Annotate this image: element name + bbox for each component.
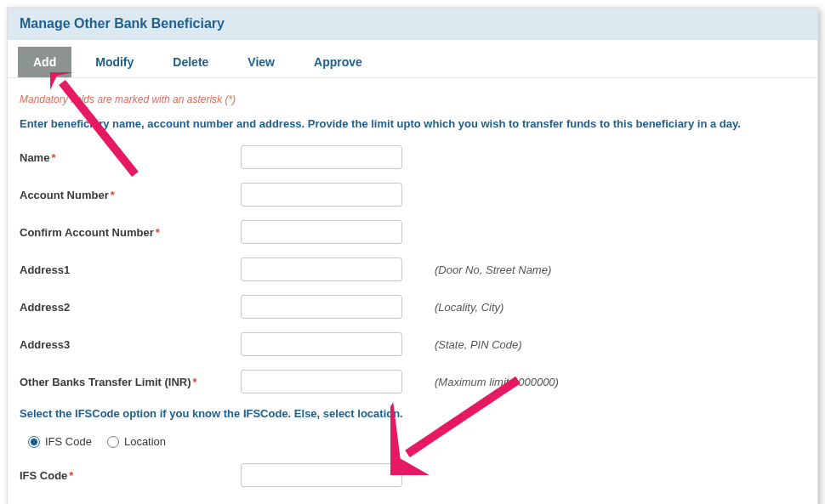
- required-mark: *: [111, 189, 115, 201]
- tab-delete[interactable]: Delete: [157, 47, 224, 77]
- instruction-text: Enter beneficiary name, account number a…: [20, 117, 805, 130]
- header-bar: Manage Other Bank Beneficiary: [8, 8, 817, 40]
- radio-location[interactable]: Location: [107, 435, 166, 448]
- row-account: Account Number*: [20, 183, 805, 207]
- label-ifs-code: IFS Code*: [20, 469, 241, 482]
- radio-location-input[interactable]: [107, 436, 119, 448]
- row-address3: Address3 (State, PIN Code): [20, 332, 805, 356]
- label-ifs-code-text: IFS Code: [20, 469, 67, 482]
- input-address3[interactable]: [241, 332, 402, 356]
- form-content: Mandatory fields are marked with an aste…: [8, 78, 817, 504]
- label-address1: Address1: [20, 263, 241, 276]
- radio-group-ifsc: IFS Code Location: [28, 435, 805, 448]
- tab-view[interactable]: View: [232, 47, 290, 77]
- page-container: Manage Other Bank Beneficiary Add Modify…: [7, 7, 818, 504]
- input-ifs-code[interactable]: [241, 463, 402, 487]
- row-confirm-account: Confirm Account Number*: [20, 220, 805, 244]
- label-account-text: Account Number: [20, 189, 109, 201]
- input-address1[interactable]: [241, 258, 402, 281]
- radio-location-label: Location: [124, 435, 166, 448]
- label-confirm-text: Confirm Account Number: [20, 226, 154, 239]
- input-confirm-account[interactable]: [241, 220, 402, 244]
- required-mark: *: [193, 376, 197, 388]
- radio-ifs-code[interactable]: IFS Code: [28, 435, 92, 448]
- label-address3: Address3: [20, 338, 241, 351]
- page-title: Manage Other Bank Beneficiary: [20, 16, 805, 31]
- hint-address1: (Door No, Street Name): [435, 263, 551, 276]
- row-address2: Address2 (Locality, City): [20, 295, 805, 319]
- tab-bar: Add Modify Delete View Approve: [8, 40, 817, 78]
- hint-limit: (Maximum limit:1000000): [435, 376, 559, 388]
- label-name: Name*: [20, 151, 241, 164]
- input-address2[interactable]: [241, 295, 402, 319]
- input-account[interactable]: [241, 183, 402, 207]
- radio-ifs-code-label: IFS Code: [45, 435, 92, 448]
- input-limit[interactable]: [241, 370, 402, 394]
- tab-modify[interactable]: Modify: [80, 47, 149, 77]
- row-address1: Address1 (Door No, Street Name): [20, 258, 805, 281]
- required-mark: *: [69, 469, 73, 482]
- label-confirm-account: Confirm Account Number*: [20, 226, 241, 239]
- required-mark: *: [51, 151, 55, 164]
- label-limit-text: Other Banks Transfer Limit (INR): [20, 376, 191, 388]
- label-address2: Address2: [20, 301, 241, 314]
- hint-address3: (State, PIN Code): [435, 338, 522, 351]
- label-account: Account Number*: [20, 189, 241, 201]
- label-name-text: Name: [20, 151, 49, 164]
- row-ifs-code: IFS Code*: [20, 463, 805, 487]
- ifsc-instruction: Select the IFSCode option if you know th…: [20, 407, 805, 420]
- required-mark: *: [156, 226, 160, 239]
- label-limit: Other Banks Transfer Limit (INR)*: [20, 376, 241, 388]
- input-name[interactable]: [241, 145, 402, 169]
- tab-approve[interactable]: Approve: [299, 47, 378, 77]
- hint-address2: (Locality, City): [435, 301, 504, 314]
- tab-add[interactable]: Add: [18, 47, 71, 77]
- radio-ifs-code-input[interactable]: [28, 436, 40, 448]
- row-name: Name*: [20, 145, 805, 169]
- mandatory-note: Mandatory fields are marked with an aste…: [20, 93, 805, 105]
- row-limit: Other Banks Transfer Limit (INR)* (Maxim…: [20, 370, 805, 394]
